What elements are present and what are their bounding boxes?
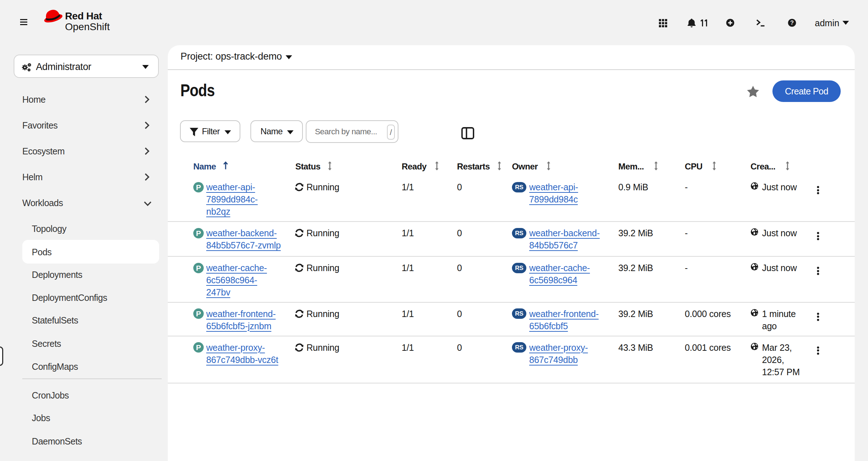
svg-text:?: ? (790, 19, 794, 26)
